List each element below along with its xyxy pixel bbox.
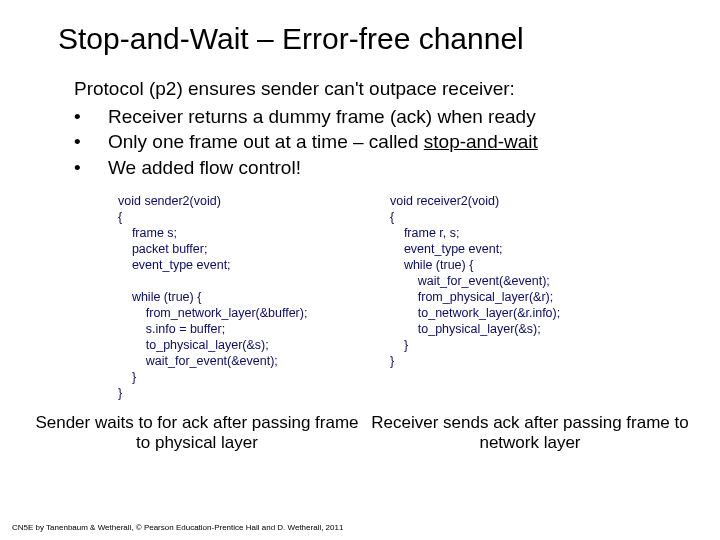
footer-text: CN5E by Tanenbaum & Wetherall, © Pearson… (12, 523, 343, 532)
code-sender: void sender2(void) { frame s; packet buf… (118, 193, 340, 401)
bullet-item: • Only one frame out at a time – called … (74, 129, 720, 155)
bullet-text: We added flow control! (108, 155, 301, 181)
bullet-icon: • (74, 155, 108, 181)
code-receiver: void receiver2(void) { frame r, s; event… (390, 193, 670, 369)
caption-receiver: Receiver sends ack after passing frame t… (360, 413, 700, 454)
code-sender-col: void sender2(void) { frame s; packet buf… (0, 193, 340, 401)
bullet-item: • Receiver returns a dummy frame (ack) w… (74, 104, 720, 130)
bullet-item: • We added flow control! (74, 155, 720, 181)
caption-row: Sender waits to for ack after passing fr… (0, 401, 720, 454)
slide: Stop-and-Wait – Error-free channel Proto… (0, 0, 720, 540)
intro-text: Protocol (p2) ensures sender can't outpa… (0, 56, 720, 102)
page-title: Stop-and-Wait – Error-free channel (0, 0, 720, 56)
term-stop-and-wait: stop-and-wait (424, 131, 538, 152)
code-receiver-col: void receiver2(void) { frame r, s; event… (340, 193, 670, 401)
bullet-list: • Receiver returns a dummy frame (ack) w… (0, 102, 720, 181)
bullet-icon: • (74, 104, 108, 130)
bullet-text: Receiver returns a dummy frame (ack) whe… (108, 104, 536, 130)
code-row: void sender2(void) { frame s; packet buf… (0, 181, 720, 401)
bullet-text: Only one frame out at a time – called st… (108, 129, 538, 155)
bullet-icon: • (74, 129, 108, 155)
caption-sender: Sender waits to for ack after passing fr… (0, 413, 360, 454)
